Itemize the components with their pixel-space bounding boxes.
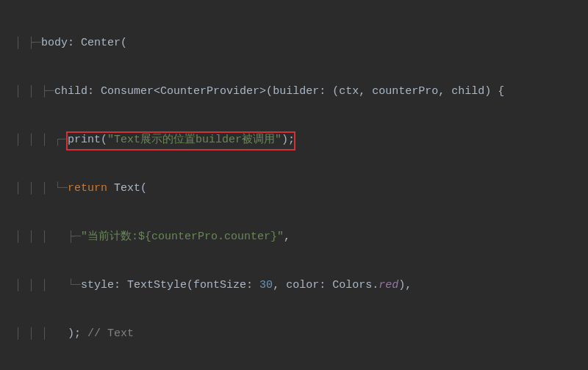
code-line: │ │ │ ├─"当前计数:${counterPro.counter}", — [0, 229, 588, 245]
code-line: │ │ │ └─return Text( — [0, 181, 588, 197]
code-line: │ │ │ └─style: TextStyle(fontSize: 30, c… — [0, 278, 588, 294]
code-line: │ │ ├─child: Consumer<CounterProvider>(b… — [0, 84, 588, 100]
code-line: │ │ │ ); // Text — [0, 326, 588, 342]
code-line: │ │ │ ┌─print("Text展示的位置builder被调用"); — [0, 132, 588, 148]
code-editor[interactable]: │ ├─body: Center( │ │ ├─child: Consumer<… — [0, 0, 588, 370]
code-line: │ ├─body: Center( — [0, 35, 588, 51]
